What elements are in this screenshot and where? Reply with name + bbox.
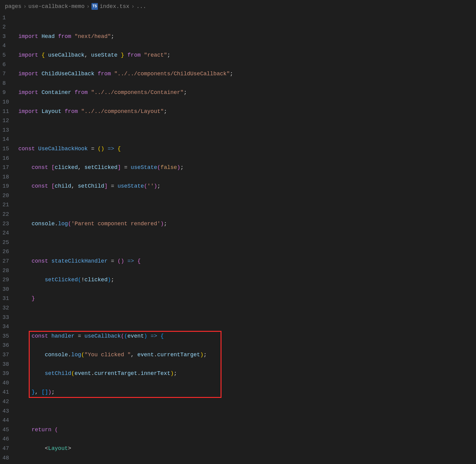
code-line[interactable]: <Head> <box>18 462 470 464</box>
line-number: 10 <box>2 97 13 107</box>
code-line[interactable] <box>18 406 470 416</box>
code-line[interactable]: const handler = useCallback((event) => { <box>18 331 470 341</box>
line-number: 11 <box>2 107 13 116</box>
line-number-gutter: 1234567891011121314151617181920212223242… <box>0 13 18 464</box>
line-number: 15 <box>2 144 13 154</box>
line-number: 35 <box>2 331 13 341</box>
line-number: 8 <box>2 79 13 88</box>
chevron-right-icon: › <box>86 2 90 11</box>
chevron-right-icon: › <box>131 2 135 11</box>
code-line[interactable]: }, []); <box>18 387 470 397</box>
line-number: 29 <box>2 275 13 285</box>
line-number: 43 <box>2 406 13 416</box>
line-number: 47 <box>2 444 13 453</box>
line-number: 25 <box>2 238 13 247</box>
line-number: 27 <box>2 256 13 266</box>
code-line[interactable]: import Layout from "../../components/Lay… <box>18 107 470 116</box>
code-line[interactable]: const stateClickHandler = () => { <box>18 256 470 266</box>
breadcrumb-part[interactable]: use-callback-memo <box>28 2 85 11</box>
ts-file-icon: TS <box>91 3 98 10</box>
line-number: 13 <box>2 125 13 135</box>
line-number: 31 <box>2 294 13 303</box>
line-number: 45 <box>2 425 13 435</box>
code-line[interactable]: const [clicked, setClicked] = useState(f… <box>18 163 470 172</box>
line-number: 2 <box>2 22 13 32</box>
line-number: 30 <box>2 285 13 294</box>
chevron-right-icon: › <box>23 2 27 11</box>
code-line[interactable]: console.log('Parent component rendered')… <box>18 219 470 229</box>
code-line[interactable]: setClicked(!clicked); <box>18 275 470 285</box>
code-line[interactable]: const [child, setChild] = useState(''); <box>18 181 470 191</box>
code-line[interactable]: setChild(event.currentTarget.innerText); <box>18 369 470 378</box>
line-number: 9 <box>2 88 13 97</box>
line-number: 48 <box>2 453 13 463</box>
line-number: 44 <box>2 416 13 425</box>
breadcrumb-trail[interactable]: ... <box>136 2 146 11</box>
line-number: 33 <box>2 313 13 322</box>
line-number: 32 <box>2 303 13 313</box>
line-number: 23 <box>2 219 13 229</box>
line-number: 19 <box>2 181 13 191</box>
line-number: 18 <box>2 172 13 182</box>
breadcrumb-file[interactable]: index.tsx <box>100 2 129 11</box>
code-line[interactable] <box>18 313 470 322</box>
code-line[interactable] <box>18 125 470 135</box>
line-number: 4 <box>2 41 13 51</box>
line-number: 37 <box>2 350 13 360</box>
code-content[interactable]: import Head from "next/head"; import { u… <box>18 13 476 464</box>
code-line[interactable] <box>18 238 470 247</box>
line-number: 16 <box>2 154 13 163</box>
line-number: 34 <box>2 322 13 331</box>
line-number: 41 <box>2 387 13 397</box>
line-number: 7 <box>2 69 13 79</box>
breadcrumb: pages › use-callback-memo › TS index.tsx… <box>0 0 476 13</box>
code-line[interactable] <box>18 200 470 210</box>
line-number: 38 <box>2 360 13 369</box>
code-line[interactable]: console.log("You clicked ", event.curren… <box>18 350 470 360</box>
code-line[interactable]: } <box>18 294 470 303</box>
breadcrumb-part[interactable]: pages <box>5 2 21 11</box>
line-number: 5 <box>2 51 13 60</box>
line-number: 26 <box>2 247 13 256</box>
code-editor[interactable]: 1234567891011121314151617181920212223242… <box>0 13 476 464</box>
line-number: 42 <box>2 397 13 406</box>
line-number: 3 <box>2 32 13 41</box>
code-line[interactable]: const UseCallbackHook = () => { <box>18 144 470 154</box>
line-number: 12 <box>2 116 13 125</box>
line-number: 6 <box>2 60 13 69</box>
line-number: 24 <box>2 228 13 238</box>
code-line[interactable]: return ( <box>18 425 470 435</box>
code-line[interactable]: <Layout> <box>18 444 470 453</box>
line-number: 28 <box>2 266 13 275</box>
line-number: 1 <box>2 13 13 23</box>
line-number: 21 <box>2 200 13 210</box>
line-number: 22 <box>2 210 13 219</box>
line-number: 20 <box>2 191 13 200</box>
line-number: 46 <box>2 434 13 444</box>
line-number: 17 <box>2 163 13 172</box>
line-number: 36 <box>2 341 13 350</box>
code-line[interactable]: import Head from "next/head"; <box>18 32 470 41</box>
line-number: 14 <box>2 135 13 144</box>
line-number: 39 <box>2 369 13 378</box>
code-line[interactable]: import Container from "../../components/… <box>18 88 470 97</box>
code-line[interactable]: import { useCallback, useState } from "r… <box>18 51 470 60</box>
code-line[interactable]: import ChildUseCallback from "../../comp… <box>18 69 470 79</box>
line-number: 40 <box>2 378 13 388</box>
